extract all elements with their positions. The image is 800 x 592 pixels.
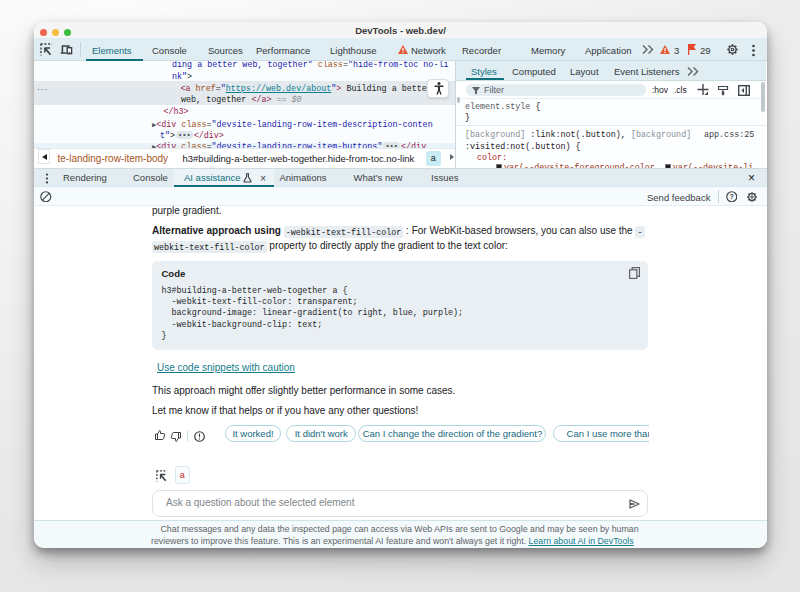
svg-text:?: ? bbox=[729, 193, 733, 201]
